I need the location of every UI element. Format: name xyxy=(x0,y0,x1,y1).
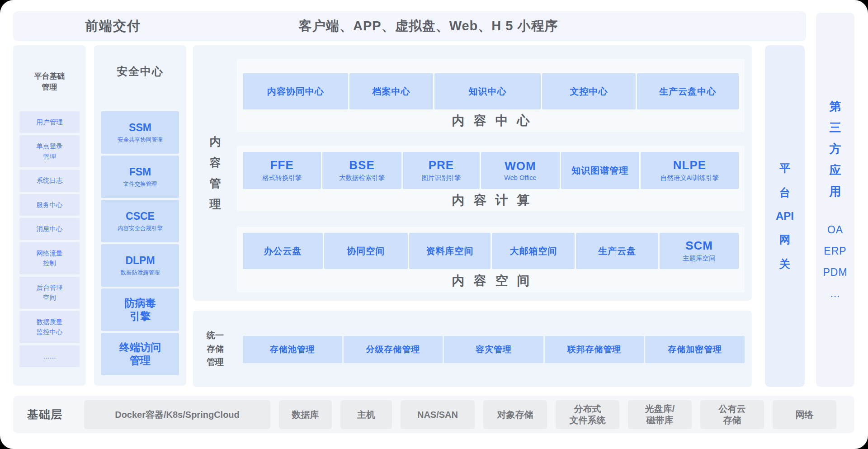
security-item: 防病毒引擎 xyxy=(101,288,179,331)
content-cell: 协同空间 xyxy=(324,233,408,269)
infrastructure-block: 分布式文件系统 xyxy=(556,400,619,429)
security-item: FSM文件交换管理 xyxy=(101,156,179,198)
infrastructure-block: Docker容器/K8s/SpringCloud xyxy=(84,400,270,429)
content-section-cells: 内容协同中心档案中心知识中心文控中心生产云盘中心 xyxy=(243,73,739,109)
content-cell-title: 知识中心 xyxy=(469,85,507,98)
content-cell-title: 资料库空间 xyxy=(426,245,474,257)
content-cell-title: BSE xyxy=(349,159,374,172)
third-party-title-char: 用 xyxy=(830,184,841,199)
storage-cell-title: 存储加密管理 xyxy=(668,344,722,355)
content-cell: SCM主题库空间 xyxy=(660,233,739,269)
security-item-subtitle: 安全共享协同管理 xyxy=(118,136,163,144)
third-party-app: ERP xyxy=(824,245,846,257)
architecture-diagram: 前端交付 客户端、APP、虚拟盘、Web、H 5 小程序 平台基础管理 用户管理… xyxy=(0,0,868,449)
security-item-title: 防病毒引擎 xyxy=(125,297,156,323)
content-cell-title: 大邮箱空间 xyxy=(509,245,557,257)
platform-mgmt-item: 用户管理 xyxy=(19,111,80,133)
unified-storage-panel: 统一存储管理 存储池管理分级存储管理容灾管理联邦存储管理存储加密管理 xyxy=(193,311,752,387)
content-cell-title: 内容协同中心 xyxy=(267,85,324,98)
platform-mgmt-item: …… xyxy=(19,345,80,367)
security-item-subtitle: 内容安全合规引擎 xyxy=(118,225,163,232)
platform-api-gateway-column: 平台API网关 xyxy=(765,45,805,387)
third-party-apps-title: 第三方应用 xyxy=(830,96,841,202)
content-mgmt-panel: 内容管理 内容协同中心档案中心知识中心文控中心生产云盘中心内容中心FFE格式转换… xyxy=(193,45,752,301)
content-cell: 生产云盘 xyxy=(576,233,658,269)
content-cell-subtitle: 自然语义AI训练引擎 xyxy=(660,174,719,182)
content-cell: 办公云盘 xyxy=(243,233,323,269)
api-gateway-label-segment: 网 xyxy=(779,232,790,247)
security-center-title: 安全中心 xyxy=(94,64,186,79)
content-cell: 内容协同中心 xyxy=(243,73,348,109)
security-item-title: CSCE xyxy=(126,210,155,223)
infrastructure-block: 主机 xyxy=(340,400,392,429)
security-item: SSM安全共享协同管理 xyxy=(101,111,179,154)
frontend-delivery-label: 前端交付 xyxy=(85,11,141,41)
infrastructure-block: NAS/SAN xyxy=(401,400,475,429)
third-party-app: … xyxy=(830,288,841,300)
platform-mgmt-item: 系统日志 xyxy=(19,170,80,191)
content-cell-title: WOM xyxy=(505,160,536,173)
infrastructure-block: 数据库 xyxy=(279,400,332,429)
content-mgmt-sections: 内容协同中心档案中心知识中心文控中心生产云盘中心内容中心FFE格式转换引擎BSE… xyxy=(237,45,745,301)
security-item: CSCE内容安全合规引擎 xyxy=(101,200,179,242)
content-cell: 资料库空间 xyxy=(409,233,491,269)
content-section-title: 内容计算 xyxy=(243,189,739,211)
content-cell: NLPE自然语义AI训练引擎 xyxy=(641,152,739,189)
security-item-title: FSM xyxy=(129,165,151,179)
third-party-title-char: 应 xyxy=(830,162,841,178)
infrastructure-block: 对象存储 xyxy=(483,400,547,429)
security-item-title: SSM xyxy=(129,121,151,134)
infrastructure-band: 基础层 Docker容器/K8s/SpringCloud数据库主机NAS/SAN… xyxy=(13,396,854,433)
third-party-apps-column: 第三方应用 OAERPPDM… xyxy=(816,13,854,387)
unified-storage-cells: 存储池管理分级存储管理容灾管理联邦存储管理存储加密管理 xyxy=(243,336,745,363)
content-cell-title: 文控中心 xyxy=(570,85,608,98)
third-party-title-char: 三 xyxy=(830,120,841,136)
platform-basic-mgmt-column: 平台基础管理 用户管理单点登录管理系统日志服务中心消息中心网络流量控制后台管理空… xyxy=(13,45,86,386)
security-item: 终端访问管理 xyxy=(101,333,179,375)
api-gateway-label-segment: 台 xyxy=(779,185,790,200)
infrastructure-block: 网络 xyxy=(773,400,836,429)
content-section: 办公云盘协同空间资料库空间大邮箱空间生产云盘SCM主题库空间内容空间 xyxy=(237,227,745,293)
content-cell: 生产云盘中心 xyxy=(637,73,739,109)
content-section-cells: FFE格式转换引擎BSE大数据检索引擎PRE图片识别引擎WOMWeb Offic… xyxy=(243,152,739,189)
content-cell-subtitle: Web Office xyxy=(504,174,536,181)
content-cell-title: 生产云盘 xyxy=(598,245,636,257)
storage-cell-title: 容灾管理 xyxy=(476,344,512,355)
api-gateway-label-segment: API xyxy=(776,210,794,222)
platform-mgmt-item: 服务中心 xyxy=(19,194,80,216)
third-party-title-char: 第 xyxy=(830,99,841,114)
content-section: 内容协同中心档案中心知识中心文控中心生产云盘中心内容中心 xyxy=(237,59,745,132)
security-item-title: DLPM xyxy=(125,254,155,267)
platform-mgmt-item: 后台管理空间 xyxy=(19,277,80,309)
security-item-subtitle: 文件交换管理 xyxy=(123,180,157,188)
content-cell: 文控中心 xyxy=(542,73,635,109)
content-cell-subtitle: 格式转换引擎 xyxy=(262,174,302,182)
storage-cell: 分级存储管理 xyxy=(344,336,443,363)
storage-cell-title: 分级存储管理 xyxy=(366,344,420,355)
content-cell-subtitle: 主题库空间 xyxy=(683,254,716,263)
content-cell-title: 生产云盘中心 xyxy=(659,85,716,98)
content-cell-subtitle: 图片识别引擎 xyxy=(421,174,461,182)
security-center-items: SSM安全共享协同管理FSM文件交换管理CSCE内容安全合规引擎DLPM数据防泄… xyxy=(101,111,179,375)
infrastructure-label: 基础层 xyxy=(27,396,62,433)
content-mgmt-vertical-label: 内容管理 xyxy=(201,45,229,301)
content-section: FFE格式转换引擎BSE大数据检索引擎PRE图片识别引擎WOMWeb Offic… xyxy=(237,146,745,211)
content-cell-title: FFE xyxy=(270,159,294,172)
frontend-clients-text: 客户端、APP、虚拟盘、Web、H 5 小程序 xyxy=(299,11,558,41)
infrastructure-block: 光盘库/磁带库 xyxy=(628,400,692,429)
content-cell-title: PRE xyxy=(429,159,454,172)
platform-basic-mgmt-title: 平台基础管理 xyxy=(13,71,86,93)
infrastructure-blocks: Docker容器/K8s/SpringCloud数据库主机NAS/SAN对象存储… xyxy=(84,400,836,429)
content-cell: WOMWeb Office xyxy=(481,152,559,189)
storage-cell: 存储加密管理 xyxy=(645,336,745,363)
content-cell: 知识中心 xyxy=(434,73,541,109)
content-cell-title: 协同空间 xyxy=(347,245,385,257)
platform-mgmt-item: 数据质量监控中心 xyxy=(19,311,80,343)
unified-storage-vertical-label: 统一存储管理 xyxy=(201,311,229,387)
platform-basic-mgmt-items: 用户管理单点登录管理系统日志服务中心消息中心网络流量控制后台管理空间数据质量监控… xyxy=(19,111,80,367)
content-cell: BSE大数据检索引擎 xyxy=(322,152,401,189)
third-party-apps-items: OAERPPDM… xyxy=(823,219,847,304)
security-item: DLPM数据防泄露管理 xyxy=(101,244,179,287)
security-item-title: 终端访问管理 xyxy=(119,341,161,367)
infrastructure-block: 公有云存储 xyxy=(700,400,764,429)
